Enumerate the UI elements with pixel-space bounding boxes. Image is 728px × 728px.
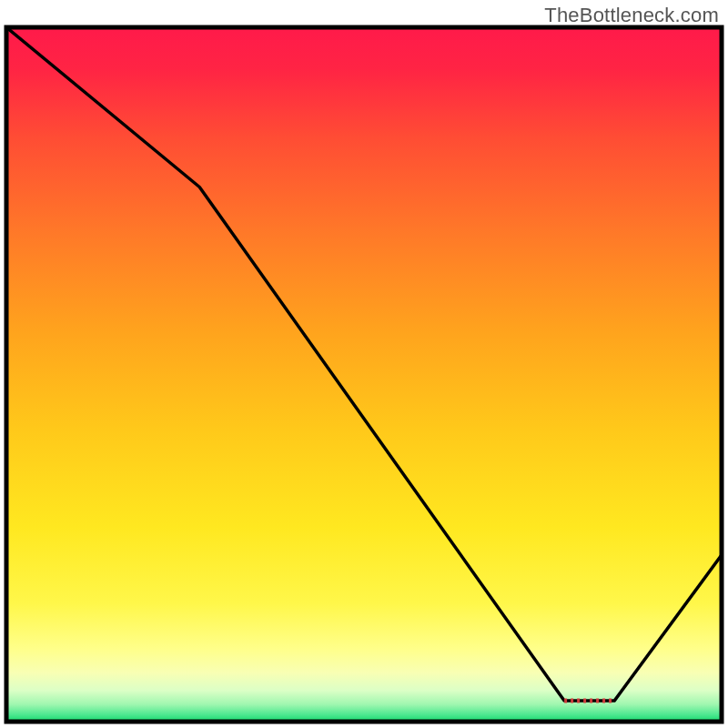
chart-container: TheBottleneck.com	[0, 0, 728, 728]
watermark-label: TheBottleneck.com	[544, 4, 719, 27]
plot-background	[6, 27, 722, 722]
bottleneck-chart	[0, 0, 728, 728]
